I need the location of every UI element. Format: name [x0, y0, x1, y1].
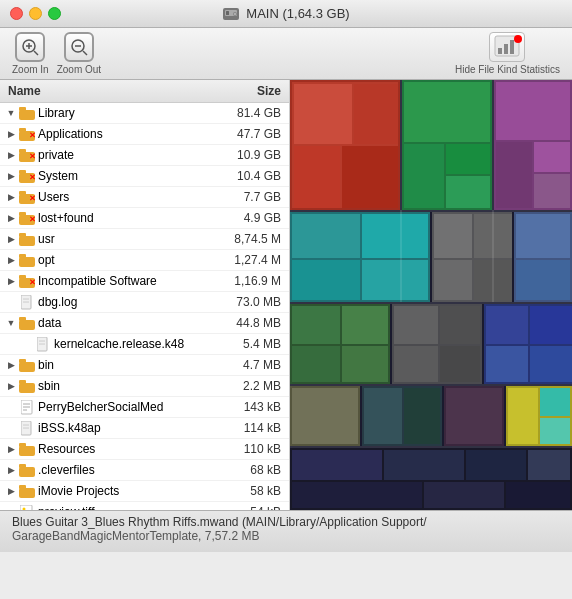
svg-text:✕: ✕: [29, 278, 35, 287]
svg-rect-22: [19, 149, 26, 153]
svg-rect-60: [19, 443, 26, 447]
table-row[interactable]: preview.tiff 54 kB: [0, 502, 289, 510]
expand-arrow[interactable]: ▼: [4, 318, 18, 328]
table-row[interactable]: PerryBelcherSocialMed 143 kB: [0, 397, 289, 418]
svg-rect-2: [226, 11, 229, 15]
expand-arrow[interactable]: ▶: [4, 381, 18, 391]
expand-arrow[interactable]: ▶: [4, 213, 18, 223]
treemap-svg: [290, 80, 572, 510]
table-row[interactable]: ▶ ✕ Incompatible Software 1,16.9 M: [0, 271, 289, 292]
expand-arrow[interactable]: ▶: [4, 234, 18, 244]
svg-rect-125: [540, 388, 570, 416]
table-row[interactable]: ▶ ✕ Users 7.7 GB: [0, 187, 289, 208]
file-list-header: Name Size: [0, 80, 289, 103]
status-line2: GarageBandMagicMentorTemplate, 7,57.2 MB: [12, 529, 560, 543]
svg-rect-38: [19, 275, 26, 279]
expand-arrow[interactable]: ▶: [4, 192, 18, 202]
file-name: sbin: [36, 379, 209, 393]
table-row[interactable]: ▶ ✕ private 10.9 GB: [0, 145, 289, 166]
close-button[interactable]: [10, 7, 23, 20]
svg-rect-109: [394, 346, 438, 382]
file-size: 10.4 GB: [209, 169, 289, 183]
folder-x-icon: ✕: [18, 210, 36, 226]
expand-arrow[interactable]: ▶: [4, 444, 18, 454]
table-row[interactable]: ▶ sbin 2.2 MB: [0, 376, 289, 397]
table-row[interactable]: ▶ ✕ Applications 47.7 GB: [0, 124, 289, 145]
status-line1: Blues Guitar 3_Blues Rhythm Riffs.mwand …: [12, 515, 560, 529]
file-size: 143 kB: [209, 400, 289, 414]
file-rows: ▼ Library 81.4 GB ▶ ✕ Applications 47.7 …: [0, 103, 289, 510]
svg-rect-120: [404, 388, 440, 444]
file-name: usr: [36, 232, 209, 246]
folder-x-icon: ✕: [18, 147, 36, 163]
hide-stats-button[interactable]: Hide File Kind Statistics: [455, 32, 560, 75]
expand-arrow[interactable]: ▶: [4, 129, 18, 139]
svg-rect-31: [19, 212, 26, 216]
expand-arrow[interactable]: ▶: [4, 360, 18, 370]
svg-rect-115: [530, 346, 572, 382]
doc-icon: [18, 399, 36, 415]
table-row[interactable]: ▶ opt 1,27.4 M: [0, 250, 289, 271]
table-row[interactable]: ▶ bin 4.7 MB: [0, 355, 289, 376]
svg-rect-16: [19, 110, 35, 120]
file-name: System: [36, 169, 209, 183]
file-name: preview.tiff: [36, 505, 209, 510]
svg-rect-104: [292, 346, 340, 382]
expand-arrow[interactable]: ▶: [4, 465, 18, 475]
svg-rect-35: [19, 257, 35, 267]
svg-rect-126: [540, 418, 570, 444]
file-name: dbg.log: [36, 295, 209, 309]
svg-text:✕: ✕: [29, 173, 35, 182]
file-list[interactable]: Name Size ▼ Library 81.4 GB ▶ ✕ Applicat…: [0, 80, 290, 510]
folder-x-icon: ✕: [18, 189, 36, 205]
svg-rect-49: [19, 359, 26, 363]
folder-icon: [18, 315, 36, 331]
table-row[interactable]: ▶ Resources 110 kB: [0, 439, 289, 460]
svg-rect-75: [354, 84, 398, 144]
file-name: iMovie Projects: [36, 484, 209, 498]
svg-rect-62: [19, 464, 26, 468]
window-title: MAIN (1,64.3 GB): [222, 5, 349, 23]
svg-rect-110: [440, 346, 480, 382]
svg-rect-36: [19, 254, 26, 258]
table-row[interactable]: ▶ .cleverfiles 68 kB: [0, 460, 289, 481]
file-size: 2.2 MB: [209, 379, 289, 393]
table-row[interactable]: dbg.log 73.0 MB: [0, 292, 289, 313]
svg-rect-77: [342, 146, 398, 208]
table-row[interactable]: ▼ Library 81.4 GB: [0, 103, 289, 124]
expand-arrow[interactable]: ▶: [4, 486, 18, 496]
table-row[interactable]: ▼ data 44.8 MB: [0, 313, 289, 334]
zoom-out-button[interactable]: Zoom Out: [57, 32, 101, 75]
expand-arrow[interactable]: ▶: [4, 171, 18, 181]
minimize-button[interactable]: [29, 7, 42, 20]
zoom-button[interactable]: [48, 7, 61, 20]
file-size: 4.9 GB: [209, 211, 289, 225]
file-name: Applications: [36, 127, 209, 141]
file-size: 68 kB: [209, 463, 289, 477]
title-bar: MAIN (1,64.3 GB): [0, 0, 572, 28]
toolbar-left: Zoom In Zoom Out: [12, 32, 101, 75]
svg-rect-138: [290, 446, 572, 448]
file-size: 1,16.9 M: [209, 274, 289, 288]
svg-line-8: [34, 51, 38, 55]
svg-rect-124: [508, 388, 538, 444]
zoom-in-button[interactable]: Zoom In: [12, 32, 49, 75]
svg-text:✕: ✕: [29, 194, 35, 203]
file-size: 4.7 MB: [209, 358, 289, 372]
expand-arrow[interactable]: ▶: [4, 276, 18, 286]
svg-point-4: [234, 13, 236, 15]
table-row[interactable]: kernelcache.release.k48 5.4 MB: [0, 334, 289, 355]
expand-arrow[interactable]: ▼: [4, 108, 18, 118]
table-row[interactable]: ▶ ✕ System 10.4 GB: [0, 166, 289, 187]
file-name: Users: [36, 190, 209, 204]
expand-arrow[interactable]: ▶: [4, 150, 18, 160]
expand-arrow[interactable]: ▶: [4, 255, 18, 265]
table-row[interactable]: ▶ usr 8,74.5 M: [0, 229, 289, 250]
file-name: bin: [36, 358, 209, 372]
table-row[interactable]: iBSS.k48ap 114 kB: [0, 418, 289, 439]
file-size: 58 kB: [209, 484, 289, 498]
table-row[interactable]: ▶ iMovie Projects 58 kB: [0, 481, 289, 502]
svg-rect-136: [290, 302, 572, 304]
svg-rect-84: [496, 82, 570, 140]
table-row[interactable]: ▶ ✕ lost+found 4.9 GB: [0, 208, 289, 229]
